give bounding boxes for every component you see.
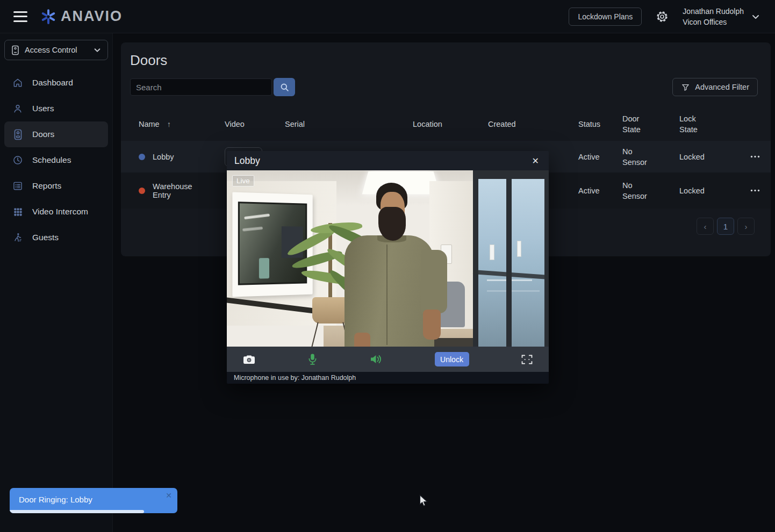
scene-person-arm [421,250,447,313]
status-dot [139,188,145,194]
walking-person-icon [12,232,24,243]
door-name: Warehouse Entry [153,182,201,199]
user-menu[interactable]: Jonathan Rudolph Vicon Offices [683,6,760,27]
column-header-name[interactable]: Name ↑ [139,120,225,128]
scene-person-hand [423,310,441,340]
lock-state-value: Locked [679,186,739,195]
sidebar-item-guests[interactable]: Guests [4,225,108,250]
pagination-prev-button[interactable]: ‹ [697,218,714,235]
column-header-serial[interactable]: Serial [285,120,413,128]
home-icon [12,77,24,89]
sidebar-item-doors[interactable]: Doors [4,121,108,147]
chevron-down-icon [94,46,101,54]
pagination-page-1[interactable]: 1 [717,218,734,235]
column-header-status[interactable]: Status [578,120,622,128]
status-value: Active [578,153,622,161]
scene-office-plant [259,257,270,278]
door-name: Lobby [153,153,174,161]
pagination-next-button[interactable]: › [737,218,755,235]
live-video-modal: Lobby ✕ [227,151,549,384]
sidebar-item-label: Users [32,104,54,113]
mic-status-bar: Microphone in use by: Jonathan Rudolph [227,372,549,384]
grid-icon [12,206,24,218]
scene-person-beard [378,207,406,241]
live-video-feed[interactable]: Live [227,170,549,347]
module-selector-label: Access Control [25,46,88,54]
user-org: Vicon Offices [683,17,744,27]
user-name: Jonathan Rudolph [683,6,744,17]
snapshot-camera-button[interactable] [243,354,255,365]
search-icon [279,82,290,92]
scene-person-head [375,183,409,241]
modal-header: Lobby ✕ [227,151,549,170]
row-actions-menu[interactable] [748,153,762,160]
live-badge: Live [232,175,254,186]
column-header-video[interactable]: Video [225,120,285,128]
app-root: ANAVIO Lockdown Plans Jonathan Rudolph V… [0,0,775,532]
sidebar-item-label: Guests [32,233,59,242]
report-icon [12,180,24,192]
door-ringing-toast[interactable]: Door Ringing: Lobby ✕ [10,488,177,513]
sidebar: Access Control Dashboard Users Doors [0,33,113,532]
intercom-icon [12,128,24,140]
pagination: ‹ 1 › [697,218,755,235]
door-state-value: No Sensor [622,180,679,202]
chevron-down-icon [751,12,760,21]
scene-person-torso [345,235,435,347]
mic-status-text: Microphone in use by: Jonathan Rudolph [234,374,356,382]
scene-glass-door [473,170,549,347]
advanced-filter-label: Advanced Filter [695,83,749,91]
sidebar-item-reports[interactable]: Reports [4,173,108,199]
door-state-value: No Sensor [622,146,679,168]
lock-state-value: Locked [679,153,739,161]
scene-person-hand [354,333,370,347]
search-input[interactable] [130,78,272,96]
access-control-icon [11,45,19,55]
clock-icon [12,154,24,166]
status-value: Active [578,186,622,195]
search-button[interactable] [274,78,295,96]
logo-wordmark: ANAVIO [61,8,123,25]
fullscreen-icon[interactable] [521,355,533,364]
settings-gear-icon[interactable] [656,10,669,23]
sort-asc-icon: ↑ [167,120,171,128]
close-icon[interactable]: ✕ [530,155,541,167]
table-header-row: Name ↑ Video Serial Location Created Sta… [121,107,771,141]
funnel-icon [681,83,690,92]
video-controls: Unlock [227,347,549,372]
sidebar-item-schedules[interactable]: Schedules [4,147,108,173]
toast-progress-bar [10,510,144,513]
column-header-location[interactable]: Location [413,120,488,128]
anavio-logo: ANAVIO [40,8,123,25]
sidebar-item-dashboard[interactable]: Dashboard [4,70,108,96]
row-actions-menu[interactable] [748,187,762,194]
sidebar-item-label: Doors [32,130,54,139]
lockdown-plans-button[interactable]: Lockdown Plans [569,8,642,26]
sidebar-item-label: Video Intercom [32,207,88,217]
unlock-button[interactable]: Unlock [435,352,469,366]
module-selector-dropdown[interactable]: Access Control [4,40,108,60]
toast-close-icon[interactable]: ✕ [166,491,172,500]
modal-title: Lobby [234,155,530,167]
anavio-logo-icon [40,9,56,25]
microphone-button[interactable] [308,353,317,365]
speaker-button[interactable] [369,354,382,365]
advanced-filter-button[interactable]: Advanced Filter [672,78,758,96]
sidebar-item-label: Schedules [32,155,71,165]
toast-message: Door Ringing: Lobby [19,495,92,504]
sidebar-item-users[interactable]: Users [4,96,108,121]
column-header-lock-state[interactable]: Lock State [679,113,739,135]
column-header-door-state[interactable]: Door State [622,113,679,135]
status-dot [139,154,145,160]
column-header-created[interactable]: Created [488,120,578,128]
top-bar: ANAVIO Lockdown Plans Jonathan Rudolph V… [0,0,775,33]
sidebar-item-label: Dashboard [32,78,73,88]
page-title: Doors [130,52,167,69]
sidebar-item-video-intercom[interactable]: Video Intercom [4,199,108,225]
hamburger-menu-icon[interactable] [13,11,27,22]
user-icon [12,103,24,114]
mouse-cursor [419,494,428,507]
sidebar-item-label: Reports [32,181,61,191]
